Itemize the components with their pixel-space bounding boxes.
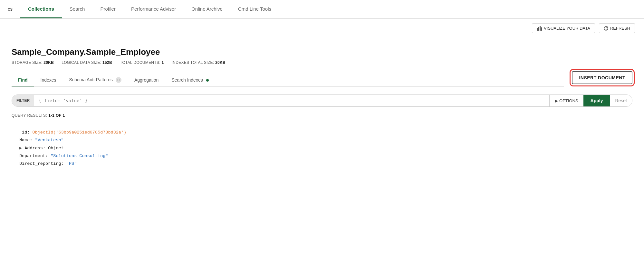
doc-address-row: ▶ Address: Object bbox=[19, 144, 625, 152]
visualize-data-button[interactable]: VISUALIZE YOUR DATA bbox=[532, 23, 595, 33]
nav-item-performance-advisor[interactable]: Performance Advisor bbox=[123, 0, 184, 18]
options-button[interactable]: ▶ OPTIONS bbox=[549, 95, 583, 106]
tab-schema-anti-patterns[interactable]: Schema Anti-Patterns 0 bbox=[63, 74, 128, 87]
storage-size: STORAGE SIZE: 20KB bbox=[12, 60, 54, 65]
svg-rect-3 bbox=[541, 27, 542, 31]
bar-chart-icon bbox=[537, 26, 542, 31]
indexes-total-size: INDEXES TOTAL SIZE: 20KB bbox=[172, 60, 226, 65]
doc-name-row: Name: "Venkatesh" bbox=[19, 136, 625, 144]
svg-rect-1 bbox=[538, 27, 539, 31]
apply-button[interactable]: Apply bbox=[583, 95, 610, 106]
svg-rect-2 bbox=[540, 26, 541, 31]
tabs-row: Find Indexes Schema Anti-Patterns 0 Aggr… bbox=[12, 74, 564, 87]
filter-bar: FILTER ▶ OPTIONS Apply Reset bbox=[12, 94, 632, 107]
expand-address-icon[interactable]: ▶ bbox=[19, 146, 24, 151]
tab-search-indexes[interactable]: Search Indexes bbox=[165, 74, 215, 86]
nav-item-online-archive[interactable]: Online Archive bbox=[184, 0, 230, 18]
nav-item-profiler[interactable]: Profiler bbox=[92, 0, 123, 18]
total-documents: TOTAL DOCUMENTS: 1 bbox=[120, 60, 164, 65]
toolbar: VISUALIZE YOUR DATA REFRESH bbox=[0, 19, 644, 38]
nav-item-cs[interactable]: cs bbox=[0, 0, 20, 18]
filter-input[interactable] bbox=[34, 95, 549, 106]
refresh-icon bbox=[604, 26, 608, 31]
tab-indexes[interactable]: Indexes bbox=[34, 74, 63, 86]
document-card: _id: ObjectId('63bb9a0251ed0785d78bd32a'… bbox=[12, 123, 632, 174]
tab-aggregation[interactable]: Aggregation bbox=[128, 74, 165, 86]
insert-document-button[interactable]: INSERT DOCUMENT bbox=[572, 71, 632, 84]
refresh-button[interactable]: REFRESH bbox=[599, 23, 635, 33]
doc-id-row: _id: ObjectId('63bb9a0251ed0785d78bd32a'… bbox=[19, 129, 625, 136]
svg-rect-0 bbox=[537, 28, 538, 31]
tab-find[interactable]: Find bbox=[12, 74, 34, 86]
collection-meta: STORAGE SIZE: 20KB LOGICAL DATA SIZE: 15… bbox=[12, 60, 632, 65]
doc-direct-reporting-row: Direct_reporting: "PS" bbox=[19, 160, 625, 168]
query-results-label: QUERY RESULTS: 1-1 OF 1 bbox=[12, 113, 632, 118]
schema-anti-patterns-badge: 0 bbox=[116, 77, 121, 83]
main-content: Sample_Company.Sample_Employee STORAGE S… bbox=[0, 38, 644, 183]
reset-button[interactable]: Reset bbox=[610, 95, 632, 106]
search-indexes-dot bbox=[206, 79, 209, 82]
filter-label: FILTER bbox=[12, 95, 34, 106]
nav-item-cmd-line-tools[interactable]: Cmd Line Tools bbox=[230, 0, 279, 18]
collection-title: Sample_Company.Sample_Employee bbox=[12, 47, 632, 57]
doc-department-row: Department: "Solutions Consulting" bbox=[19, 152, 625, 160]
logical-data-size: LOGICAL DATA SIZE: 152B bbox=[62, 60, 112, 65]
nav-bar: cs Collections Search Profiler Performan… bbox=[0, 0, 644, 19]
nav-item-search[interactable]: Search bbox=[62, 0, 93, 18]
nav-item-collections[interactable]: Collections bbox=[20, 0, 62, 18]
